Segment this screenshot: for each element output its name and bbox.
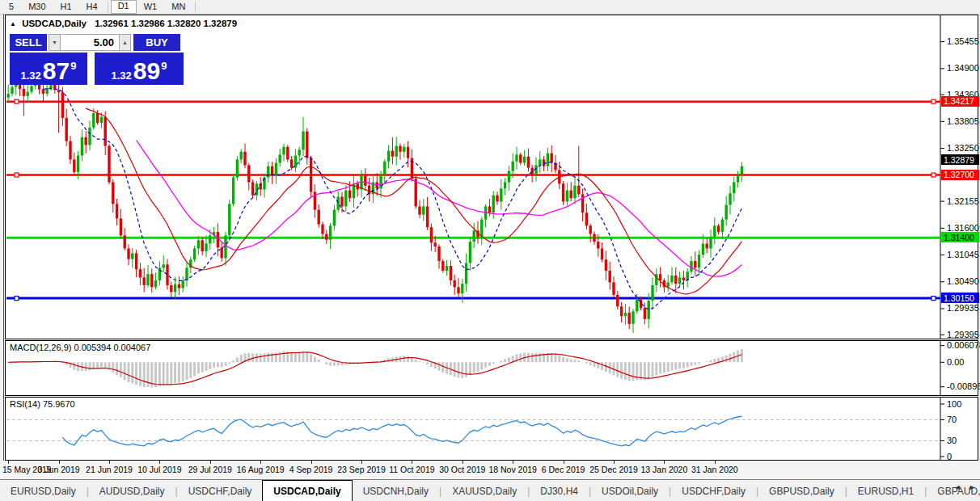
candle xyxy=(306,132,308,158)
date-axis-label: 16 Aug 2019 xyxy=(237,465,285,474)
candle xyxy=(185,267,188,280)
candle xyxy=(302,132,304,150)
candle xyxy=(182,280,184,288)
sell-price-display[interactable]: 1.32 87 9 xyxy=(10,53,87,85)
rsi-panel[interactable] xyxy=(5,397,978,461)
macd-axis-tick: 0.00 xyxy=(947,357,964,367)
tab-usdcad-daily[interactable]: USDCAD,Daily xyxy=(262,480,352,501)
candle xyxy=(422,206,425,214)
tab-usdoil-daily[interactable]: USDOil,Daily xyxy=(591,480,669,501)
collapse-trade-panel-icon[interactable]: ▲ xyxy=(10,20,16,27)
date-tick xyxy=(210,461,211,464)
candle xyxy=(124,235,126,248)
sell-button[interactable]: SELL xyxy=(10,34,47,51)
date-tick xyxy=(715,461,716,464)
candle xyxy=(733,182,735,193)
line-handle[interactable] xyxy=(931,173,936,177)
buy-button[interactable]: BUY xyxy=(133,34,180,51)
timeframe-button-h1[interactable]: H1 xyxy=(53,1,79,13)
candle xyxy=(112,182,114,204)
candle xyxy=(585,213,588,225)
candle xyxy=(282,147,285,155)
candle xyxy=(337,196,340,209)
timeframe-button-mn[interactable]: MN xyxy=(164,1,192,13)
date-tick xyxy=(260,461,261,464)
buy-price-main: 89 xyxy=(133,60,160,82)
tab-audusd-daily[interactable]: AUDUSD,Daily xyxy=(89,480,175,501)
price-axis-tick: 1.35455 xyxy=(947,36,979,46)
candle xyxy=(170,285,172,292)
candle xyxy=(85,137,87,145)
candle xyxy=(368,186,370,195)
candle xyxy=(616,295,619,306)
tab-usdcnh-daily[interactable]: USDCNH,Daily xyxy=(353,480,439,501)
tab-xauusd-daily[interactable]: XAUUSD,Daily xyxy=(441,480,527,501)
volume-input[interactable]: 5.00 xyxy=(61,34,119,51)
candle xyxy=(430,227,433,242)
candle xyxy=(488,206,491,213)
candle xyxy=(364,176,366,186)
current-price-label: 1.32879 xyxy=(941,154,979,165)
one-click-trading-panel: SELL ▼ 5.00 ▲ BUY 1.32 87 9 1.32 89 9 xyxy=(10,34,184,85)
date-axis-label: 13 Jan 2020 xyxy=(640,465,687,474)
date-tick xyxy=(109,461,110,464)
candle xyxy=(399,146,401,152)
tab-dj30-h4[interactable]: DJ30,H4 xyxy=(530,480,589,501)
timeframe-button-m30[interactable]: M30 xyxy=(21,1,53,13)
candle xyxy=(473,230,475,242)
tab-scroll-right-icon[interactable]: ► xyxy=(969,483,976,491)
timeframe-toolbar: 5M30H1H4D1W1MN xyxy=(0,0,980,15)
price-axis-tick: 1.32155 xyxy=(947,196,979,206)
tab-gbpusd-daily[interactable]: GBPUSD,Daily xyxy=(758,480,845,501)
tab-usdchf-daily[interactable]: USDCHF,Daily xyxy=(178,480,263,501)
candle xyxy=(706,243,708,248)
candle xyxy=(624,313,627,316)
candle xyxy=(23,89,25,96)
price-axis-tick: 1.31600 xyxy=(947,223,979,233)
volume-increase-button[interactable]: ▲ xyxy=(119,34,131,51)
candle xyxy=(597,242,599,248)
timeframe-button-5[interactable]: 5 xyxy=(2,1,21,13)
tab-scroll-left-icon[interactable]: ◄ xyxy=(954,483,961,491)
tab-eurusd-daily[interactable]: EURUSD,Daily xyxy=(0,480,87,501)
candle xyxy=(437,246,440,261)
timeframe-button-d1[interactable]: D1 xyxy=(111,0,137,14)
candle xyxy=(88,128,91,145)
timeframe-button-w1[interactable]: W1 xyxy=(137,1,165,13)
candle xyxy=(127,248,129,259)
hline-price-label: 1.34217 xyxy=(941,96,979,107)
date-axis-label: 10 Jul 2019 xyxy=(137,465,181,474)
candle xyxy=(441,261,444,271)
candle xyxy=(329,225,332,239)
tab-eurusd-h1[interactable]: EURUSD,H1 xyxy=(847,480,924,501)
date-axis-label: 23 Sep 2019 xyxy=(337,465,386,474)
line-handle[interactable] xyxy=(15,297,19,301)
tab-usdchf-daily[interactable]: USDCHF,Daily xyxy=(671,480,756,501)
rsi-axis-tick: 70 xyxy=(947,415,957,424)
line-handle[interactable] xyxy=(931,297,936,301)
candle xyxy=(612,282,615,295)
candle xyxy=(461,284,463,293)
timeframe-button-h4[interactable]: H4 xyxy=(79,1,105,13)
candle xyxy=(717,225,720,232)
candle xyxy=(415,179,417,206)
line-handle[interactable] xyxy=(15,99,19,103)
candle xyxy=(589,225,592,234)
candle xyxy=(644,308,646,319)
macd-indicator-label: MACD(12,26,9) 0.005394 0.004067 xyxy=(10,343,150,352)
candle xyxy=(7,94,10,98)
candle xyxy=(96,113,99,123)
candle xyxy=(403,147,405,152)
candle xyxy=(395,146,398,157)
buy-price-display[interactable]: 1.32 89 9 xyxy=(95,53,184,85)
line-handle[interactable] xyxy=(931,99,936,103)
sell-price-prefix: 1.32 xyxy=(21,69,41,82)
macd-panel[interactable] xyxy=(5,340,978,396)
line-handle[interactable] xyxy=(15,173,19,177)
volume-decrease-button[interactable]: ▼ xyxy=(49,34,61,51)
candle xyxy=(65,118,68,141)
candle xyxy=(81,137,83,156)
candle xyxy=(543,159,545,166)
candle xyxy=(100,117,103,123)
candle xyxy=(698,255,700,267)
